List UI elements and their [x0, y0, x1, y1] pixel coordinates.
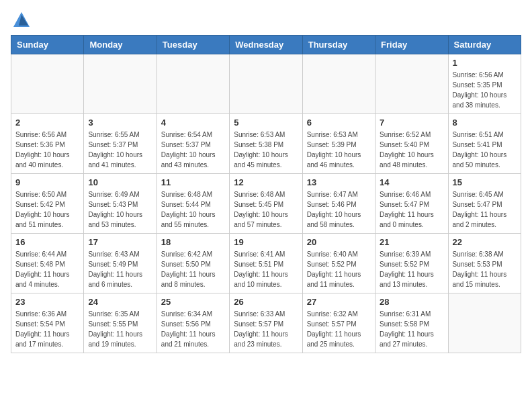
calendar-week-3: 16Sunrise: 6:44 AM Sunset: 5:48 PM Dayli… [11, 234, 521, 293]
day-number: 16 [15, 237, 79, 247]
calendar-cell: 13Sunrise: 6:47 AM Sunset: 5:46 PM Dayli… [302, 174, 375, 234]
col-header-thursday: Thursday [302, 36, 375, 54]
day-number: 18 [161, 237, 225, 247]
calendar-cell: 17Sunrise: 6:43 AM Sunset: 5:49 PM Dayli… [84, 234, 157, 293]
day-number: 5 [234, 118, 298, 128]
day-number: 3 [88, 118, 152, 128]
day-number: 19 [234, 237, 298, 247]
day-info: Sunrise: 6:48 AM Sunset: 5:45 PM Dayligh… [234, 189, 298, 230]
calendar-cell [230, 54, 302, 114]
calendar-cell: 20Sunrise: 6:40 AM Sunset: 5:52 PM Dayli… [302, 234, 375, 293]
col-header-tuesday: Tuesday [157, 36, 229, 54]
calendar-cell: 2Sunrise: 6:56 AM Sunset: 5:36 PM Daylig… [11, 114, 84, 174]
calendar-cell: 7Sunrise: 6:52 AM Sunset: 5:40 PM Daylig… [375, 114, 448, 174]
day-info: Sunrise: 6:40 AM Sunset: 5:52 PM Dayligh… [307, 249, 371, 289]
calendar-cell: 14Sunrise: 6:46 AM Sunset: 5:47 PM Dayli… [375, 174, 448, 234]
day-info: Sunrise: 6:56 AM Sunset: 5:36 PM Dayligh… [15, 130, 79, 170]
day-number: 1 [453, 58, 517, 68]
day-number: 17 [88, 237, 152, 247]
day-number: 26 [234, 297, 298, 307]
calendar-cell: 9Sunrise: 6:50 AM Sunset: 5:42 PM Daylig… [11, 174, 84, 234]
day-info: Sunrise: 6:46 AM Sunset: 5:47 PM Dayligh… [380, 189, 443, 230]
day-info: Sunrise: 6:49 AM Sunset: 5:43 PM Dayligh… [88, 189, 152, 230]
col-header-monday: Monday [84, 36, 157, 54]
day-info: Sunrise: 6:55 AM Sunset: 5:37 PM Dayligh… [88, 130, 152, 170]
calendar-week-4: 23Sunrise: 6:36 AM Sunset: 5:54 PM Dayli… [11, 293, 521, 353]
calendar-cell: 26Sunrise: 6:33 AM Sunset: 5:57 PM Dayli… [230, 293, 302, 353]
day-info: Sunrise: 6:51 AM Sunset: 5:41 PM Dayligh… [453, 130, 517, 170]
day-info: Sunrise: 6:34 AM Sunset: 5:56 PM Dayligh… [161, 309, 225, 349]
calendar-week-0: 1Sunrise: 6:56 AM Sunset: 5:35 PM Daylig… [11, 54, 521, 114]
calendar-cell: 19Sunrise: 6:41 AM Sunset: 5:51 PM Dayli… [230, 234, 302, 293]
day-info: Sunrise: 6:42 AM Sunset: 5:50 PM Dayligh… [161, 249, 225, 289]
day-info: Sunrise: 6:36 AM Sunset: 5:54 PM Dayligh… [15, 309, 79, 349]
calendar-week-1: 2Sunrise: 6:56 AM Sunset: 5:36 PM Daylig… [11, 114, 521, 174]
calendar-cell: 28Sunrise: 6:31 AM Sunset: 5:58 PM Dayli… [375, 293, 448, 353]
day-info: Sunrise: 6:53 AM Sunset: 5:38 PM Dayligh… [234, 130, 298, 170]
calendar-cell: 6Sunrise: 6:53 AM Sunset: 5:39 PM Daylig… [302, 114, 375, 174]
day-info: Sunrise: 6:48 AM Sunset: 5:44 PM Dayligh… [161, 189, 225, 230]
col-header-saturday: Saturday [448, 36, 521, 54]
calendar-cell: 4Sunrise: 6:54 AM Sunset: 5:37 PM Daylig… [157, 114, 229, 174]
day-number: 10 [88, 177, 152, 187]
day-number: 6 [307, 118, 371, 128]
calendar-cell [448, 293, 521, 353]
calendar-cell: 10Sunrise: 6:49 AM Sunset: 5:43 PM Dayli… [84, 174, 157, 234]
day-info: Sunrise: 6:32 AM Sunset: 5:57 PM Dayligh… [307, 309, 371, 349]
day-info: Sunrise: 6:35 AM Sunset: 5:55 PM Dayligh… [88, 309, 152, 349]
day-number: 28 [380, 297, 443, 307]
day-number: 11 [161, 177, 225, 187]
col-header-friday: Friday [375, 36, 448, 54]
calendar-cell: 24Sunrise: 6:35 AM Sunset: 5:55 PM Dayli… [84, 293, 157, 353]
page-header [11, 11, 521, 30]
calendar-cell: 16Sunrise: 6:44 AM Sunset: 5:48 PM Dayli… [11, 234, 84, 293]
day-number: 24 [88, 297, 152, 307]
day-number: 25 [161, 297, 225, 307]
calendar-cell [11, 54, 84, 114]
calendar-cell [84, 54, 157, 114]
day-number: 8 [453, 118, 517, 128]
day-info: Sunrise: 6:52 AM Sunset: 5:40 PM Dayligh… [380, 130, 443, 170]
calendar-cell: 11Sunrise: 6:48 AM Sunset: 5:44 PM Dayli… [157, 174, 229, 234]
calendar-cell: 5Sunrise: 6:53 AM Sunset: 5:38 PM Daylig… [230, 114, 302, 174]
day-number: 7 [380, 118, 443, 128]
calendar-cell: 8Sunrise: 6:51 AM Sunset: 5:41 PM Daylig… [448, 114, 521, 174]
day-number: 9 [15, 177, 79, 187]
day-number: 2 [15, 118, 79, 128]
day-info: Sunrise: 6:39 AM Sunset: 5:52 PM Dayligh… [380, 249, 443, 289]
day-info: Sunrise: 6:31 AM Sunset: 5:58 PM Dayligh… [380, 309, 443, 349]
calendar-cell [302, 54, 375, 114]
col-header-sunday: Sunday [11, 36, 84, 54]
calendar-header-row: SundayMondayTuesdayWednesdayThursdayFrid… [11, 36, 521, 54]
calendar-cell: 27Sunrise: 6:32 AM Sunset: 5:57 PM Dayli… [302, 293, 375, 353]
calendar-week-2: 9Sunrise: 6:50 AM Sunset: 5:42 PM Daylig… [11, 174, 521, 234]
day-info: Sunrise: 6:47 AM Sunset: 5:46 PM Dayligh… [307, 189, 371, 230]
day-number: 13 [307, 177, 371, 187]
day-info: Sunrise: 6:44 AM Sunset: 5:48 PM Dayligh… [15, 249, 79, 289]
day-number: 23 [15, 297, 79, 307]
day-info: Sunrise: 6:41 AM Sunset: 5:51 PM Dayligh… [234, 249, 298, 289]
day-info: Sunrise: 6:33 AM Sunset: 5:57 PM Dayligh… [234, 309, 298, 349]
calendar-cell [375, 54, 448, 114]
calendar-cell: 3Sunrise: 6:55 AM Sunset: 5:37 PM Daylig… [84, 114, 157, 174]
calendar-cell: 21Sunrise: 6:39 AM Sunset: 5:52 PM Dayli… [375, 234, 448, 293]
calendar-cell [157, 54, 229, 114]
day-info: Sunrise: 6:50 AM Sunset: 5:42 PM Dayligh… [15, 189, 79, 230]
col-header-wednesday: Wednesday [230, 36, 302, 54]
day-number: 12 [234, 177, 298, 187]
day-info: Sunrise: 6:43 AM Sunset: 5:49 PM Dayligh… [88, 249, 152, 289]
day-number: 20 [307, 237, 371, 247]
day-number: 27 [307, 297, 371, 307]
calendar-cell: 1Sunrise: 6:56 AM Sunset: 5:35 PM Daylig… [448, 54, 521, 114]
day-info: Sunrise: 6:45 AM Sunset: 5:47 PM Dayligh… [453, 189, 517, 230]
day-number: 15 [453, 177, 517, 187]
day-info: Sunrise: 6:54 AM Sunset: 5:37 PM Dayligh… [161, 130, 225, 170]
calendar-cell: 25Sunrise: 6:34 AM Sunset: 5:56 PM Dayli… [157, 293, 229, 353]
calendar-table: SundayMondayTuesdayWednesdayThursdayFrid… [11, 35, 521, 353]
logo [11, 11, 31, 30]
day-number: 21 [380, 237, 443, 247]
day-info: Sunrise: 6:56 AM Sunset: 5:35 PM Dayligh… [453, 70, 517, 110]
day-number: 22 [453, 237, 517, 247]
day-number: 4 [161, 118, 225, 128]
day-info: Sunrise: 6:53 AM Sunset: 5:39 PM Dayligh… [307, 130, 371, 170]
